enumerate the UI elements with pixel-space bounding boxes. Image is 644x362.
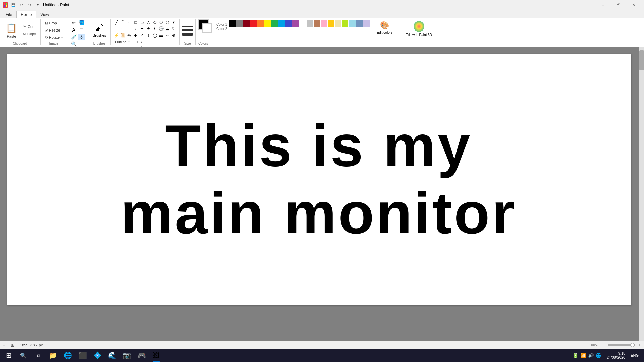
zoom-out-btn[interactable]: － [601, 342, 605, 348]
fill-tool[interactable]: 🪣 [78, 19, 85, 26]
wifi-icon[interactable]: 📶 [580, 353, 586, 358]
shape-star5[interactable]: ★ [145, 26, 151, 32]
vertical-scrollbar[interactable] [639, 47, 644, 341]
tab-home[interactable]: Home [16, 11, 36, 18]
color2-swatch[interactable] [202, 23, 212, 33]
palette-color[interactable] [349, 20, 356, 27]
paste-button[interactable]: 📋 Paste [3, 20, 20, 40]
shape-arrow-d[interactable]: ↓ [132, 26, 139, 32]
palette-color[interactable] [236, 20, 243, 27]
taskbar-terminal[interactable]: ⬛ [75, 349, 90, 362]
canvas-area[interactable]: This is my main monitor [7, 54, 631, 305]
taskbar-start-btn[interactable]: ⊞ [1, 349, 16, 362]
magnifier-tool[interactable]: 🔍 [70, 41, 77, 47]
shape-callout[interactable]: 💬 [158, 26, 164, 32]
edit-with-paint3d-button[interactable]: Edit with Paint 3D [402, 19, 435, 39]
shape-arrow-u[interactable]: ↑ [126, 26, 132, 32]
shape-circle2[interactable]: ◯ [152, 32, 158, 38]
restore-btn[interactable]: 🗗 [610, 0, 626, 10]
cut-button[interactable]: ✂ Cut [22, 23, 38, 30]
qa-dropdown-btn[interactable]: ▾ [34, 2, 41, 8]
palette-color[interactable] [328, 20, 334, 27]
shape-cloud[interactable]: ☁ [164, 26, 170, 32]
shape-rect[interactable]: □ [132, 19, 139, 25]
rotate-button[interactable]: ↻ Rotate ▾ [43, 34, 64, 41]
scrollbar-thumb[interactable] [639, 50, 644, 70]
size-line-2[interactable] [182, 26, 193, 27]
tab-view[interactable]: View [36, 11, 53, 18]
shape-line[interactable]: ╱ [113, 19, 119, 25]
palette-color[interactable] [307, 20, 313, 27]
palette-color[interactable] [250, 20, 257, 27]
taskbar-photos[interactable]: 📷 [119, 349, 134, 362]
resize-button[interactable]: ⤢ Resize [43, 27, 64, 34]
shapes-more[interactable]: ▾ [171, 19, 177, 25]
shape-heart[interactable]: ♡ [171, 26, 177, 32]
palette-color[interactable] [229, 20, 236, 27]
minimize-btn[interactable]: 🗕 [595, 0, 610, 10]
tab-file[interactable]: File [1, 11, 16, 18]
shape-misc[interactable]: ⊕ [171, 32, 177, 38]
shape-rect3[interactable]: ▬ [158, 32, 164, 38]
shape-bang[interactable]: ! [145, 32, 151, 38]
palette-color[interactable] [278, 20, 285, 27]
shape-curved2[interactable]: ⌣ [164, 32, 170, 38]
palette-color[interactable] [271, 20, 278, 27]
palette-color[interactable] [285, 20, 292, 27]
size-line-3[interactable] [182, 29, 193, 31]
size-line-1[interactable] [182, 24, 193, 24]
shape-star6[interactable]: ✶ [152, 26, 158, 32]
zoom-thumb[interactable] [631, 343, 635, 347]
new-canvas-btn[interactable]: + [3, 342, 5, 348]
shape-pentagon[interactable]: ⬠ [158, 19, 164, 25]
picker-tool[interactable]: 💉 [70, 34, 77, 40]
shape-oval[interactable]: ○ [126, 19, 132, 25]
shape-star4[interactable]: ✦ [139, 26, 145, 32]
size-line-4[interactable] [182, 33, 193, 36]
select-tool[interactable]: ⊹ [78, 34, 85, 40]
palette-color[interactable] [356, 20, 363, 27]
palette-color[interactable] [292, 20, 299, 27]
shape-cross[interactable]: ✚ [132, 32, 139, 38]
palette-color[interactable] [335, 20, 341, 27]
taskbar-clock[interactable]: 9:18 24/08/2020 [604, 351, 628, 359]
brushes-button[interactable]: 🖌 Brushes [91, 20, 108, 40]
palette-color[interactable] [264, 20, 271, 27]
taskbar-task-view[interactable]: ⧉ [31, 349, 46, 362]
palette-color[interactable] [314, 20, 320, 27]
shape-check[interactable]: ✓ [139, 32, 145, 38]
shape-triangle[interactable]: △ [145, 19, 151, 25]
taskbar-vscode[interactable]: 💠 [90, 349, 105, 362]
shape-rect2[interactable]: ▭ [139, 19, 145, 25]
undo-quick-btn[interactable]: ↩ [18, 2, 25, 8]
shape-arrow-r[interactable]: → [113, 26, 119, 32]
palette-color[interactable] [257, 20, 264, 27]
taskbar-paint[interactable]: 🖼 [149, 349, 164, 362]
shape-ring[interactable]: ◎ [126, 32, 132, 38]
taskbar-browser[interactable]: 🌊 [105, 349, 119, 362]
palette-color[interactable] [300, 20, 306, 27]
battery-icon[interactable]: 🔋 [573, 353, 578, 358]
zoom-in-btn[interactable]: ＋ [637, 342, 641, 348]
shape-diamond[interactable]: ◇ [152, 19, 158, 25]
palette-color[interactable] [363, 20, 370, 27]
zoom-slider[interactable] [608, 344, 635, 346]
palette-color[interactable] [321, 20, 327, 27]
crop-button[interactable]: ⊡ Crop [43, 20, 64, 26]
pencil-tool[interactable]: ✏ [70, 19, 77, 26]
palette-color[interactable] [342, 20, 348, 27]
fill-button[interactable]: Fill ▾ [133, 39, 144, 45]
text-tool[interactable]: A [70, 26, 77, 33]
taskbar-search-btn[interactable]: 🔍 [16, 349, 31, 362]
language-indicator[interactable]: ENG [629, 353, 640, 357]
save-quick-btn[interactable]: 💾 [10, 2, 17, 8]
palette-color[interactable] [243, 20, 250, 27]
taskbar-chrome[interactable]: 🌐 [60, 349, 75, 362]
shape-hexagon[interactable]: ⬡ [164, 19, 170, 25]
shape-lightning[interactable]: ⚡ [113, 32, 119, 38]
shape-scroll[interactable]: 📜 [120, 32, 126, 38]
volume-icon[interactable]: 🔊 [588, 353, 594, 358]
taskbar-game[interactable]: 🎮 [134, 349, 149, 362]
copy-button[interactable]: ⧉ Copy [22, 31, 38, 37]
shape-curve[interactable]: ⌒ [120, 19, 126, 25]
